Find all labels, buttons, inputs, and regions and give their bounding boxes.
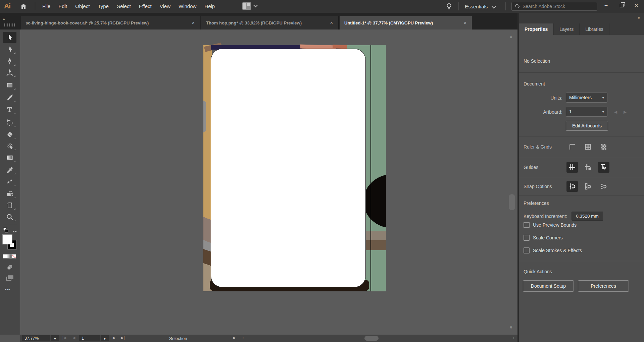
close-icon[interactable]: × (191, 20, 195, 25)
preferences-button[interactable]: Preferences (578, 280, 629, 292)
document-tab-2[interactable]: Thom hop.png* @ 33,92% (RGB/GPU Preview)… (201, 16, 339, 30)
panel-collapse-icon[interactable]: » (638, 15, 639, 20)
shape-builder-tool[interactable] (3, 140, 16, 151)
screen-mode-button[interactable] (4, 274, 15, 282)
divider (458, 2, 459, 10)
paintbrush-tool[interactable] (3, 92, 16, 103)
horizontal-scrollbar-thumb[interactable] (364, 336, 379, 341)
type-tool[interactable] (3, 104, 16, 115)
restore-button[interactable] (615, 0, 628, 11)
puppet-warp-tool[interactable] (3, 176, 16, 187)
menu-edit[interactable]: Edit (54, 0, 71, 13)
toolbar-expand-icon[interactable]: » (3, 17, 4, 21)
close-window-button[interactable]: × (630, 0, 643, 11)
last-artboard-icon[interactable]: ▶| (121, 336, 125, 340)
keyboard-increment-input[interactable] (572, 212, 603, 221)
tab-label: Untitled-1* @ 37,77% (CMYK/GPU Preview) (344, 20, 459, 25)
zoom-tool[interactable] (3, 211, 16, 222)
scroll-right-icon[interactable]: › (513, 335, 514, 340)
eraser-tool[interactable] (3, 129, 16, 140)
menu-select[interactable]: Select (113, 0, 135, 13)
document-setup-button[interactable]: Document Setup (523, 280, 574, 292)
edit-artboards-button[interactable]: Edit Artboards (566, 121, 608, 131)
scale-corners-checkbox[interactable] (524, 235, 530, 241)
close-icon[interactable]: × (463, 20, 467, 25)
next-artboard-icon[interactable]: ▶ (113, 336, 115, 340)
color-swatch-button[interactable] (3, 254, 7, 259)
zoom-level-field[interactable]: 37,77% (22, 335, 50, 341)
workspace-switcher[interactable]: Essentials (465, 0, 495, 13)
fill-swatch[interactable] (3, 235, 12, 244)
snap-to-point-icon[interactable] (566, 181, 578, 192)
discover-lightbulb-icon[interactable] (445, 2, 453, 12)
blend-tool[interactable] (3, 188, 16, 199)
status-expand-icon[interactable]: ▶ (233, 336, 236, 340)
home-icon[interactable] (19, 2, 29, 10)
default-fill-stroke[interactable] (2, 227, 18, 234)
rectangle-tool[interactable] (3, 79, 16, 91)
scroll-left-icon[interactable]: ‹ (242, 335, 244, 340)
active-tool-status: Selection (169, 336, 187, 341)
edit-toolbar-button[interactable]: ••• (5, 287, 10, 292)
tab-libraries[interactable]: Libraries (580, 23, 609, 35)
artboard[interactable] (203, 45, 386, 291)
previous-artboard-icon[interactable]: ◀ (614, 110, 617, 114)
menu-object[interactable]: Object (71, 0, 94, 13)
adobe-stock-search[interactable] (511, 2, 597, 11)
show-rulers-icon[interactable] (566, 141, 578, 152)
use-preview-bounds-checkbox[interactable] (524, 222, 530, 228)
pen-tool[interactable] (3, 56, 16, 67)
show-grid-icon[interactable] (582, 141, 594, 152)
snap-to-pixel-icon[interactable] (598, 181, 609, 192)
panel-divider[interactable] (517, 13, 519, 342)
artboard-tool[interactable] (3, 199, 16, 211)
fill-stroke-swatches (3, 235, 17, 251)
gradient-tool[interactable] (3, 152, 16, 163)
direct-selection-tool[interactable] (3, 44, 16, 55)
scroll-up-icon[interactable]: ∧ (509, 34, 513, 39)
menu-help[interactable]: Help (200, 0, 219, 13)
zoom-dropdown-button[interactable]: ▾ (51, 335, 59, 341)
arrange-documents-icon (242, 2, 251, 10)
artwork-gray-sliver (203, 101, 206, 132)
arrange-documents-button[interactable] (242, 2, 257, 10)
lock-guides-icon[interactable] (582, 162, 594, 173)
document-tab-1[interactable]: sc-living-hinge-book-cover.ai* @ 25,7% (… (21, 16, 200, 30)
show-guides-icon[interactable] (566, 162, 578, 173)
menu-file[interactable]: File (38, 0, 54, 13)
previous-artboard-icon[interactable]: ◀ (72, 336, 75, 340)
selection-tool[interactable] (3, 32, 16, 43)
menu-window[interactable]: Window (175, 0, 200, 13)
drawing-modes-button[interactable] (4, 264, 15, 271)
menu-view[interactable]: View (156, 0, 175, 13)
search-input[interactable] (523, 4, 586, 9)
panel-tabs: Properties Layers Libraries (519, 23, 609, 35)
snap-to-grid-icon[interactable] (582, 181, 594, 192)
smart-guides-icon[interactable] (598, 162, 609, 173)
document-tab-3-active[interactable]: Untitled-1* @ 37,77% (CMYK/GPU Preview) … (340, 16, 472, 30)
minimize-button[interactable]: − (599, 0, 613, 11)
rotate-tool[interactable] (3, 117, 16, 128)
menu-type[interactable]: Type (94, 0, 113, 13)
canvas[interactable]: ∧ ∨ (20, 30, 517, 335)
artboard-dropdown-button[interactable]: ▾ (101, 335, 109, 341)
units-dropdown[interactable]: Millimeters ▾ (566, 93, 607, 103)
close-icon[interactable]: × (330, 20, 334, 25)
gradient-swatch-button[interactable] (7, 254, 12, 259)
vertical-scrollbar-thumb[interactable] (509, 194, 515, 210)
first-artboard-icon[interactable]: |◀ (62, 336, 66, 340)
artboard-number-field[interactable]: 1 (79, 335, 100, 341)
menu-effect[interactable]: Effect (135, 0, 156, 13)
scale-strokes-effects-checkbox[interactable] (524, 247, 530, 253)
artboard-dropdown[interactable]: 1 ▾ (566, 107, 607, 117)
use-preview-bounds-row: Use Preview Bounds (524, 222, 577, 228)
curvature-tool[interactable] (3, 67, 16, 78)
eyedropper-tool[interactable] (3, 164, 16, 175)
scroll-down-icon[interactable]: ∨ (509, 325, 513, 330)
tab-layers[interactable]: Layers (554, 23, 580, 35)
none-swatch-button[interactable] (11, 254, 16, 259)
chevron-down-icon: ▾ (602, 110, 604, 114)
tab-properties[interactable]: Properties (519, 23, 554, 35)
next-artboard-icon[interactable]: ▶ (624, 110, 627, 114)
transparency-grid-icon[interactable] (598, 141, 609, 152)
